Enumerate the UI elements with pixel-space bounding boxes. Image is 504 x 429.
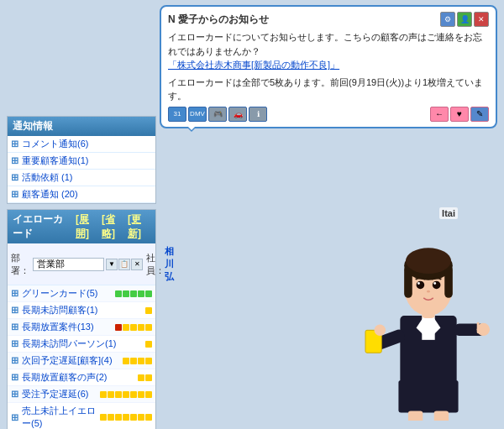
- dept-clear-btn[interactable]: ✕: [131, 259, 143, 270]
- bubble-footer: 31 DMV 🎮 🚗 ℹ ← ♥ ✎: [168, 107, 489, 122]
- staff-label: 社員：: [146, 252, 165, 277]
- yc-bars-5: [123, 358, 152, 364]
- notif-item-activity[interactable]: ⊞ 活動依頼 (1): [8, 170, 155, 186]
- bar: [115, 391, 122, 398]
- bar: [145, 307, 152, 314]
- bar: [115, 324, 122, 331]
- arrow-reaction-btn[interactable]: ←: [430, 107, 449, 122]
- yc-label-green: グリーンカード(5): [22, 287, 113, 300]
- bubble-action-icons: 31 DMV 🎮 🚗 ℹ: [168, 107, 267, 122]
- character-svg: [361, 211, 496, 421]
- bar: [130, 391, 137, 398]
- notification-section: 通知情報 ⊞ コメント通知(6) ⊞ 重要顧客通知(1) ⊞ 活動依頼 (1) …: [7, 116, 156, 204]
- bar: [138, 324, 144, 331]
- yc-item-long-abandoned-voice[interactable]: ⊞ 長期放置顧客の声(2): [8, 369, 155, 386]
- bar: [145, 414, 152, 421]
- yc-bars-1: [115, 290, 152, 297]
- bar: [123, 391, 129, 398]
- dept-row: 部署： ▼ 📋 ✕ 社員： 相川 弘: [8, 243, 155, 285]
- yc-label-abandoned: 長期放置案件(13): [22, 321, 113, 333]
- yc-item-delayed-customer[interactable]: ⊞ 次回予定遅延[顧客](4): [8, 353, 155, 369]
- dept-controls: ▼ 📋 ✕: [106, 259, 143, 270]
- game-action-btn[interactable]: 🎮: [208, 107, 227, 122]
- yellowcard-refresh-btn[interactable]: [更新]: [128, 212, 150, 241]
- bubble-gear-btn[interactable]: ⚙: [440, 12, 455, 27]
- bubble-title: N 愛子からのお知らせ: [168, 13, 269, 27]
- main-container: N 愛子からのお知らせ ⚙ 👤 ✕ イエローカードについてお知らせします。こちら…: [0, 0, 504, 429]
- yellowcard-collapse-btn[interactable]: [省略]: [102, 212, 124, 241]
- yc-bars-4: [145, 341, 152, 348]
- yc-plus-4: ⊞: [11, 338, 18, 349]
- bar: [130, 290, 137, 297]
- svg-rect-6: [434, 411, 449, 421]
- bar: [130, 414, 137, 421]
- yc-bars-8: [100, 414, 152, 421]
- svg-point-24: [427, 290, 430, 293]
- bar: [108, 414, 114, 421]
- bar: [130, 324, 137, 331]
- bar: [108, 391, 114, 398]
- yc-item-order-delayed[interactable]: ⊞ 受注予定遅延(6): [8, 386, 155, 403]
- svg-point-21: [433, 281, 441, 290]
- yc-plus-1: ⊞: [11, 288, 18, 299]
- yc-label-unvisited-person: 長期未訪問パーソン(1): [22, 337, 144, 350]
- yc-item-green[interactable]: ⊞ グリーンカード(5): [8, 285, 155, 302]
- character-area: [361, 211, 496, 421]
- reaction-icons: ← ♥ ✎: [430, 107, 489, 122]
- dept-dropdown-btn[interactable]: ▼: [106, 259, 118, 270]
- bar: [145, 324, 152, 331]
- yc-item-unvisited[interactable]: ⊞ 長期未訪問顧客(1): [8, 302, 155, 319]
- bubble-link[interactable]: 「株式会社赤木商事[新製品の動作不良]」: [168, 60, 339, 70]
- bar: [123, 290, 129, 297]
- bar: [115, 290, 122, 297]
- yc-item-abandoned[interactable]: ⊞ 長期放置案件(13): [8, 319, 155, 336]
- dept-input[interactable]: [33, 258, 104, 271]
- bar: [115, 414, 122, 421]
- svg-rect-18: [444, 265, 453, 297]
- yc-item-unvisited-person[interactable]: ⊞ 長期未訪問パーソン(1): [8, 336, 155, 353]
- svg-rect-17: [404, 265, 412, 297]
- bubble-text1: イエローカードについてお知らせします。こちらの顧客の声はご連絡をお忘れではありま…: [168, 30, 489, 72]
- bubble-header: N 愛子からのお知らせ ⚙ 👤 ✕: [168, 12, 489, 27]
- notif-label-customer: 顧客通知 (20): [22, 188, 78, 201]
- notif-label-comment: コメント通知(6): [22, 138, 88, 150]
- notif-label-important: 重要顧客通知(1): [22, 154, 88, 167]
- yc-label-delayed-customer: 次回予定遅延[顧客](4): [22, 354, 121, 367]
- yellowcard-header: イエローカード [展開] [省略] [更新]: [8, 210, 155, 243]
- bubble-person-btn[interactable]: 👤: [457, 12, 472, 27]
- yc-plus-6: ⊞: [11, 372, 18, 383]
- dmv-action-btn[interactable]: DMV: [188, 107, 207, 122]
- edit-reaction-btn[interactable]: ✎: [470, 107, 489, 122]
- bar: [123, 414, 129, 421]
- notification-section-header: 通知情報: [8, 117, 155, 136]
- bar: [145, 374, 152, 381]
- notif-item-important[interactable]: ⊞ 重要顧客通知(1): [8, 153, 155, 170]
- yellowcard-expand-btn[interactable]: [展開]: [76, 212, 98, 241]
- car-action-btn[interactable]: 🚗: [228, 107, 247, 122]
- heart-reaction-btn[interactable]: ♥: [450, 107, 469, 122]
- notif-item-customer[interactable]: ⊞ 顧客通知 (20): [8, 186, 155, 203]
- bubble-close-btn[interactable]: ✕: [474, 12, 489, 27]
- svg-rect-25: [477, 322, 480, 333]
- yc-item-sales-yellow[interactable]: ⊞ 売上未計上イエロー(5): [8, 403, 155, 429]
- notif-plus-icon: ⊞: [11, 139, 18, 149]
- yc-label-unvisited: 長期未訪問顧客(1): [22, 304, 144, 317]
- calendar-action-btn[interactable]: 31: [168, 107, 186, 122]
- info-action-btn[interactable]: ℹ: [249, 107, 267, 122]
- notif-label-activity: 活動依頼 (1): [22, 171, 73, 184]
- dept-label: 部署：: [11, 252, 29, 277]
- bar: [130, 358, 137, 364]
- bar: [138, 391, 144, 398]
- notif-item-comment[interactable]: ⊞ コメント通知(6): [8, 136, 155, 153]
- bar: [100, 391, 107, 398]
- bar: [123, 358, 129, 364]
- bar: [138, 290, 144, 297]
- yc-bars-7: [100, 391, 152, 398]
- dept-copy-btn[interactable]: 📋: [118, 259, 130, 270]
- bar: [138, 414, 144, 421]
- bar: [100, 414, 107, 421]
- left-panel: 通知情報 ⊞ コメント通知(6) ⊞ 重要顧客通知(1) ⊞ 活動依頼 (1) …: [7, 7, 156, 429]
- bar: [145, 290, 152, 297]
- bar: [145, 358, 152, 364]
- yellowcard-title: イエローカード: [13, 212, 72, 241]
